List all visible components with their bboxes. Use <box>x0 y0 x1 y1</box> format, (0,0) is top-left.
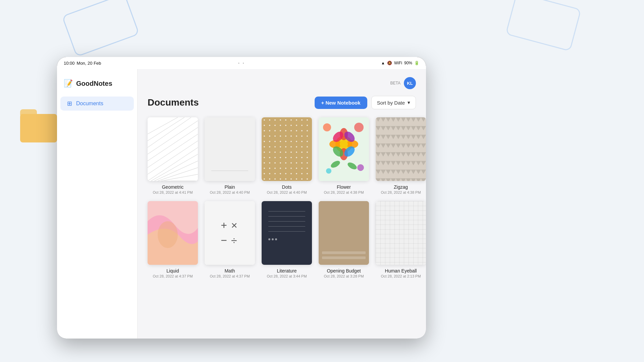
notebook-item-plain[interactable]: Plain Oct 28, 2022 at 4:40 PM <box>205 117 255 194</box>
tablet-frame: 10:00 Mon, 20 Feb • • ▲ 🔕 WiFi 90% 🔋 📝 G… <box>57 57 426 339</box>
notebook-name-flower: Flower <box>337 184 351 190</box>
notebook-item-opening-budget[interactable]: Opening Budget Oct 28, 2022 at 3:28 PM <box>319 201 369 278</box>
notebook-item-math[interactable]: +× −÷ Math Oct 28, 2022 at 4:37 PM <box>205 201 255 278</box>
notebook-item-liquid[interactable]: Liquid Oct 28, 2022 at 4:37 PM <box>148 201 198 278</box>
status-time-date: 10:00 <box>64 61 75 66</box>
notebook-date-opening-budget: Oct 28, 2022 at 3:28 PM <box>324 274 364 278</box>
notebook-cover-zigzag <box>376 117 426 181</box>
header-actions: + New Notebook Sort by Date ▾ <box>315 96 416 109</box>
svg-line-7 <box>148 141 198 174</box>
notebook-cover-literature <box>262 201 312 265</box>
svg-point-25 <box>323 123 331 131</box>
svg-line-5 <box>151 154 198 181</box>
notebook-cover-math: +× −÷ <box>205 201 255 265</box>
svg-point-36 <box>158 221 178 248</box>
bg-decoration-2 <box>505 0 582 52</box>
notebook-date-dots: Oct 28, 2022 at 4:40 PM <box>267 190 307 194</box>
notebook-cover-opening-budget <box>319 201 369 265</box>
notebook-name-dots: Dots <box>282 184 292 190</box>
svg-line-9 <box>148 127 198 161</box>
notebook-date-human-eyeball: Oct 28, 2022 at 2:13 PM <box>381 274 421 278</box>
notebook-date-geometric: Oct 28, 2022 at 4:41 PM <box>153 190 193 194</box>
notebook-cover-flower <box>319 117 369 181</box>
svg-rect-39 <box>322 256 366 259</box>
app-logo: 📝 GoodNotes <box>57 76 137 96</box>
user-avatar[interactable]: KL <box>404 77 416 89</box>
beta-label: BETA <box>390 81 400 85</box>
logo-text: GoodNotes <box>76 80 112 87</box>
mute-icon: 🔕 <box>387 61 392 65</box>
svg-line-10 <box>148 121 198 154</box>
wifi-icon: WiFi <box>394 61 402 65</box>
svg-line-3 <box>158 168 198 181</box>
page-title: Documents <box>148 97 199 108</box>
notebook-name-opening-budget: Opening Budget <box>327 268 361 274</box>
status-date: Mon, 20 Feb <box>77 61 101 66</box>
notebook-date-flower: Oct 28, 2022 at 4:38 PM <box>324 190 364 194</box>
notebook-date-math: Oct 28, 2022 at 4:37 PM <box>210 274 250 278</box>
svg-rect-34 <box>376 117 426 181</box>
notebook-cover-plain <box>205 117 255 181</box>
notebook-name-human-eyeball: Human Eyeball <box>385 268 417 274</box>
notebook-name-zigzag: Zigzag <box>394 184 408 190</box>
chevron-down-icon: ▾ <box>408 100 410 106</box>
notebook-cover-human-eyeball <box>376 201 426 265</box>
bg-folder-decoration <box>20 114 60 147</box>
notebook-item-geometric[interactable]: Geometric Oct 28, 2022 at 4:41 PM <box>148 117 198 194</box>
main-content: BETA KL Documents + New Notebook Sort by… <box>138 69 426 339</box>
battery-text: 90% <box>404 61 412 65</box>
notebook-item-dots[interactable]: Dots Oct 28, 2022 at 4:40 PM <box>262 117 312 194</box>
svg-line-12 <box>148 117 184 141</box>
logo-icon: 📝 <box>64 79 73 88</box>
app-container: 📝 GoodNotes ⊞ Documents BETA KL Document… <box>57 69 426 339</box>
documents-icon: ⊞ <box>67 100 72 107</box>
sidebar-item-documents[interactable]: ⊞ Documents <box>60 97 134 111</box>
notebook-name-liquid: Liquid <box>166 268 179 274</box>
notebook-date-liquid: Oct 28, 2022 at 4:37 PM <box>153 274 193 278</box>
bg-decoration-1 <box>62 0 140 57</box>
notebook-date-zigzag: Oct 28, 2022 at 4:38 PM <box>381 190 421 194</box>
notebook-cover-geometric <box>148 117 198 181</box>
new-notebook-button[interactable]: + New Notebook <box>315 97 367 109</box>
svg-rect-37 <box>319 201 369 265</box>
svg-line-4 <box>154 161 198 181</box>
sort-button[interactable]: Sort by Date ▾ <box>371 96 416 109</box>
notebook-cover-liquid <box>148 201 198 265</box>
notebook-name-plain: Plain <box>224 184 235 190</box>
notebook-item-zigzag[interactable]: Zigzag Oct 28, 2022 at 4:38 PM <box>376 117 426 194</box>
notebook-name-geometric: Geometric <box>162 184 184 190</box>
sidebar-item-documents-label: Documents <box>76 101 103 107</box>
status-icons: ▲ 🔕 WiFi 90% 🔋 <box>381 61 419 65</box>
svg-point-28 <box>354 123 364 132</box>
battery-icon: 🔋 <box>414 61 419 65</box>
svg-line-13 <box>148 117 178 134</box>
svg-point-26 <box>357 164 364 171</box>
status-bar: 10:00 Mon, 20 Feb • • ▲ 🔕 WiFi 90% 🔋 <box>57 57 426 69</box>
notebook-name-math: Math <box>224 268 235 274</box>
sidebar: 📝 GoodNotes ⊞ Documents <box>57 69 138 339</box>
svg-rect-38 <box>322 251 366 254</box>
svg-point-24 <box>340 140 348 148</box>
notebook-item-flower[interactable]: Flower Oct 28, 2022 at 4:38 PM <box>319 117 369 194</box>
sort-label: Sort by Date <box>377 100 405 106</box>
notebook-grid: Geometric Oct 28, 2022 at 4:41 PM Plain … <box>148 117 416 278</box>
notebook-date-plain: Oct 28, 2022 at 4:40 PM <box>210 190 250 194</box>
main-header: Documents + New Notebook Sort by Date ▾ <box>148 96 416 109</box>
notebook-item-human-eyeball[interactable]: Human Eyeball Oct 28, 2022 at 2:13 PM <box>376 201 426 278</box>
notebook-item-literature[interactable]: Literature Oct 28, 2022 at 3:44 PM <box>262 201 312 278</box>
svg-point-27 <box>326 168 331 174</box>
signal-icon: ▲ <box>381 61 385 65</box>
notebook-date-literature: Oct 28, 2022 at 3:44 PM <box>267 274 307 278</box>
svg-line-8 <box>148 134 198 168</box>
notebook-cover-dots <box>262 117 312 181</box>
notebook-name-literature: Literature <box>277 268 297 274</box>
